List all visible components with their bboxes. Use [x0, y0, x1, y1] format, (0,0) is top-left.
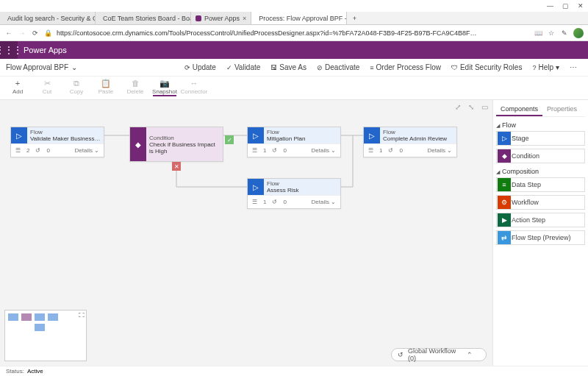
browser-tab[interactable]: Power Apps× [191, 12, 251, 24]
status-bar: Status: Active [0, 366, 588, 376]
window-max[interactable]: ▢ [562, 2, 569, 10]
window-titlebar: — ▢ ✕ [0, 0, 588, 12]
connector-tool: ↔Connector [182, 78, 206, 95]
editor-toolbar: +Add ✂Cut ⧉Copy 📋Paste 🗑Delete 📷Snapshot… [0, 77, 588, 100]
back-button[interactable]: ← [4, 29, 13, 37]
workflow-icon: ↺ [398, 351, 404, 358]
lock-icon: 🔒 [44, 29, 52, 37]
condition-icon: ◆ [130, 127, 146, 161]
data-step-icon: ≡ [498, 178, 511, 191]
process-title[interactable]: Flow Approval BPF [6, 63, 68, 71]
stage-icon: ▷ [498, 132, 511, 145]
side-panel: Components Properties Flow ▷Stage ◆Condi… [492, 100, 588, 366]
favorite-icon[interactable]: ☆ [547, 29, 556, 37]
condition-icon: ◆ [498, 149, 511, 163]
profile-avatar[interactable] [573, 28, 584, 38]
tab-properties[interactable]: Properties [542, 103, 581, 116]
close-icon[interactable]: × [243, 15, 246, 22]
component-condition[interactable]: ◆Condition [496, 149, 585, 163]
minimap-node [35, 313, 45, 321]
order-process-flow-button[interactable]: ≡Order Process Flow [365, 61, 445, 74]
component-stage[interactable]: ▷Stage [496, 131, 585, 146]
save-as-button[interactable]: 🖫Save As [266, 61, 311, 74]
section-composition[interactable]: Composition [496, 168, 585, 175]
reader-icon[interactable]: 📖 [534, 29, 542, 37]
favicon [196, 15, 201, 21]
forward-button: → [18, 29, 26, 37]
window-min[interactable]: — [547, 2, 553, 10]
cut-tool: ✂Cut [35, 78, 59, 95]
flow-stage-icon: ▷ [11, 127, 27, 143]
stage-mitigation-plan[interactable]: ▷ FlowMitigation Plan ☰1 ↺0 Details⌄ [247, 127, 341, 157]
steps-icon: ☰ [15, 147, 21, 154]
window-close[interactable]: ✕ [578, 2, 584, 10]
zoom-in-icon[interactable]: ⤡ [468, 103, 474, 111]
zoom-out-icon[interactable]: ⤢ [455, 103, 461, 111]
status-label: Status: [6, 368, 24, 375]
chevron-down-icon: ▾ [556, 63, 559, 71]
workflow-icon: ⚙ [498, 196, 511, 209]
minimap-node [35, 324, 45, 331]
command-bar: Flow Approval BPF ⌄ ⟳Update ✓Validate 🖫S… [0, 59, 588, 77]
component-workflow[interactable]: ⚙Workflow [496, 195, 585, 210]
edit-security-roles-button[interactable]: 🛡Edit Security Roles [447, 61, 526, 74]
minimap[interactable]: ⛶ [4, 310, 87, 361]
help-button[interactable]: ?Help▾ [528, 61, 564, 74]
flow-stage-icon: ▷ [364, 127, 380, 143]
flow-stage-icon: ▷ [248, 179, 264, 195]
add-tool[interactable]: +Add [6, 78, 29, 95]
update-button[interactable]: ⟳Update [180, 61, 220, 74]
app-launcher-icon[interactable]: ⋮⋮⋮ [0, 41, 18, 59]
validate-button[interactable]: ✓Validate [222, 61, 265, 74]
stage-validate-maker[interactable]: ▷ FlowValidate Maker Business Require...… [10, 127, 104, 157]
more-button[interactable]: ⋯ [565, 61, 582, 74]
section-flow[interactable]: Flow [496, 121, 585, 129]
browser-tab-active[interactable]: Process: Flow Approval BPF - M× [251, 12, 347, 24]
details-toggle[interactable]: Details⌄ [312, 147, 336, 154]
action-step-icon: ▶ [498, 213, 511, 227]
condition-business-impact[interactable]: ◆ ConditionCheck if Business Impact is H… [129, 127, 223, 162]
app-suite-header: ⋮⋮⋮ Power Apps [0, 41, 588, 59]
component-data-step[interactable]: ≡Data Step [496, 177, 585, 192]
browser-tabs: Audit log search - Security & C× CoE Tea… [0, 12, 588, 25]
zoom-fit-icon[interactable]: ▭ [481, 103, 488, 111]
refresh-button[interactable]: ⟳ [31, 29, 40, 37]
deactivate-button[interactable]: ⊘Deactivate [312, 61, 364, 74]
url-field[interactable]: https://contosocoe.crm.dynamics.com/Tool… [57, 29, 529, 37]
details-toggle[interactable]: Details⌄ [75, 147, 99, 154]
notes-icon[interactable]: ✎ [560, 29, 569, 37]
flow-step-icon: ⇄ [498, 231, 511, 244]
paste-tool: 📋Paste [94, 78, 118, 95]
details-toggle[interactable]: Details⌄ [312, 199, 336, 205]
minimap-node [8, 313, 18, 321]
condition-false-tag: ✕ [172, 162, 181, 171]
new-tab-button[interactable]: + [347, 12, 362, 24]
global-workflow-toggle[interactable]: ↺ Global Workflow (0) ⌃ [391, 348, 487, 361]
minimap-node [48, 313, 58, 321]
browser-tab[interactable]: Audit log search - Security & C× [0, 12, 96, 24]
address-bar: ← → ⟳ 🔒 https://contosocoe.crm.dynamics.… [0, 25, 588, 41]
status-value: Active [27, 368, 43, 375]
details-toggle[interactable]: Details⌄ [428, 147, 452, 154]
flow-stage-icon: ▷ [248, 127, 264, 143]
stage-complete-admin-review[interactable]: ▷ FlowComplete Admin Review ☰1 ↺0 Detail… [363, 127, 457, 157]
tab-components[interactable]: Components [496, 103, 542, 116]
app-title: Power Apps [18, 46, 67, 54]
browser-tab[interactable]: CoE Team Stories Board - Boards× [96, 12, 191, 24]
copy-tool: ⧉Copy [65, 78, 88, 95]
chevron-down-icon[interactable]: ⌄ [71, 63, 77, 71]
delete-tool: 🗑Delete [123, 78, 147, 95]
component-action-step[interactable]: ▶Action Step [496, 213, 585, 227]
design-canvas[interactable]: ⤢ ⤡ ▭ ▷ FlowValidate Maker Business Requ… [0, 100, 492, 366]
snapshot-tool[interactable]: 📷Snapshot [153, 78, 176, 96]
stage-assess-risk[interactable]: ▷ FlowAssess Risk ☰1 ↺0 Details⌄ [247, 178, 341, 209]
condition-true-tag: ✓ [225, 135, 234, 144]
component-flow-step[interactable]: ⇄Flow Step (Preview) [496, 230, 585, 245]
count-icon: ↺ [35, 147, 40, 154]
minimap-node [21, 313, 32, 321]
chevron-up-icon: ⌃ [467, 351, 473, 358]
expand-icon[interactable]: ⛶ [79, 312, 85, 319]
